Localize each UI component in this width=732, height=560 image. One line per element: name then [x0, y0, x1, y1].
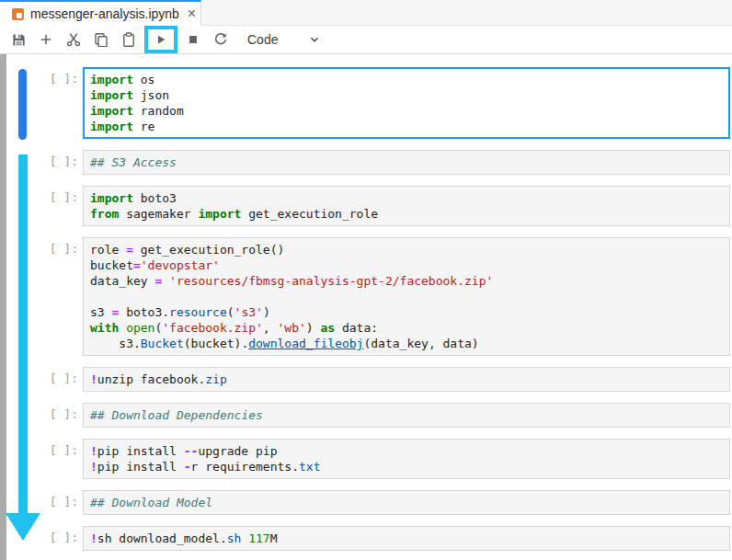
cell-input[interactable]: !unzip facebook.zip [83, 367, 730, 392]
code-line: import random [90, 103, 723, 119]
stop-kernel-button[interactable] [179, 27, 207, 52]
cell-prompt: [ ]: [50, 72, 78, 86]
add-cell-button[interactable] [32, 27, 60, 52]
code-line: !sh download_model.sh 117M [90, 531, 723, 546]
copy-icon [94, 32, 109, 47]
scroll-down-arrow-stem [18, 154, 28, 513]
code-line: import boto3 [90, 190, 723, 206]
cell-input[interactable]: role = get_execution_role()bucket='devop… [83, 237, 730, 356]
notebook-toolbar: Code [0, 26, 732, 54]
cut-cells-button[interactable] [60, 27, 87, 52]
cell-list: [ ]:import osimport jsonimport randomimp… [0, 67, 732, 551]
cell-prompt: [ ]: [50, 495, 78, 509]
code-line: import os [90, 72, 723, 87]
code-line: from sagemaker import get_execution_role [90, 206, 723, 222]
code-line: !pip install -r requirements.txt [90, 459, 723, 474]
jupyterlab-window: messenger-analysis.ipynb × [0, 0, 732, 560]
cell-prompt: [ ]: [50, 154, 78, 168]
paste-icon [121, 32, 136, 47]
code-line: bucket='devopstar' [90, 257, 723, 273]
copy-cells-button[interactable] [87, 27, 115, 52]
notebook-cell[interactable]: [ ]:import osimport jsonimport randomimp… [83, 67, 730, 139]
cell-prompt: [ ]: [50, 371, 78, 385]
cell-type-select[interactable]: Code [247, 32, 321, 47]
chevron-down-icon [308, 33, 321, 46]
tab-messenger-analysis[interactable]: messenger-analysis.ipynb × [0, 0, 201, 26]
scroll-down-arrow-head [6, 513, 40, 541]
code-line: data_key = 'resources/fbmsg-analysis-gpt… [90, 273, 723, 289]
code-line: ## Download Model [90, 495, 723, 510]
notebook-cell[interactable]: [ ]:!unzip facebook.zip [83, 367, 730, 392]
cell-input[interactable]: ## Download Dependencies [83, 403, 730, 428]
run-cell-button[interactable] [149, 30, 173, 49]
cell-type-value: Code [247, 32, 278, 47]
code-line: !pip install --upgrade pip [90, 443, 723, 459]
cell-input[interactable]: ## S3 Access [83, 150, 730, 175]
cell-input[interactable]: !pip install --upgrade pip!pip install -… [83, 439, 730, 479]
cell-prompt: [ ]: [50, 531, 78, 544]
code-line: ## S3 Access [90, 154, 723, 170]
notebook-content: [ ]:import osimport jsonimport randomimp… [0, 54, 732, 560]
restart-kernel-button[interactable] [207, 27, 234, 52]
code-line: ## Download Dependencies [90, 407, 723, 423]
code-line: import json [90, 87, 723, 103]
notebook-cell[interactable]: [ ]:## Download Model [83, 490, 730, 515]
notebook-file-icon [12, 8, 24, 20]
notebook-cell[interactable]: [ ]:## Download Dependencies [83, 403, 730, 428]
cell-input[interactable]: ## Download Model [83, 490, 730, 515]
run-button-highlight-annotation [144, 26, 177, 53]
notebook-cell[interactable]: [ ]:role = get_execution_role()bucket='d… [83, 237, 730, 356]
cell-input[interactable]: !sh download_model.sh 117M [83, 526, 730, 551]
save-icon [12, 33, 26, 47]
scissors-icon [66, 32, 81, 47]
notebook-cell[interactable]: [ ]:!sh download_model.sh 117M [83, 526, 730, 551]
close-tab-icon[interactable]: × [186, 6, 198, 21]
tab-bar: messenger-analysis.ipynb × [0, 0, 732, 26]
restart-icon [213, 32, 228, 47]
code-line: import re [90, 119, 723, 134]
plus-icon [40, 33, 52, 46]
cell-prompt: [ ]: [50, 242, 78, 256]
tab-title: messenger-analysis.ipynb [30, 6, 179, 21]
code-line: with open('facebook.zip', 'wb') as data: [90, 320, 723, 336]
cell-prompt: [ ]: [50, 190, 78, 204]
run-icon [154, 33, 167, 46]
code-line: s3 = boto3.resource('s3') [90, 304, 723, 320]
paste-cells-button[interactable] [115, 27, 143, 52]
code-line: role = get_execution_role() [90, 242, 723, 257]
cell-prompt: [ ]: [50, 443, 78, 457]
notebook-cell[interactable]: [ ]:## S3 Access [83, 150, 730, 175]
notebook-cell[interactable]: [ ]:!pip install --upgrade pip!pip insta… [83, 439, 730, 479]
notebook-cell[interactable]: [ ]:import boto3from sagemaker import ge… [83, 186, 730, 226]
cell-input[interactable]: import osimport jsonimport randomimport … [83, 67, 730, 139]
code-line [90, 289, 723, 304]
code-line: s3.Bucket(bucket).download_fileobj(data_… [90, 336, 723, 351]
active-cell-indicator[interactable] [18, 69, 27, 140]
cell-prompt: [ ]: [50, 407, 78, 421]
stop-icon [187, 33, 200, 46]
cell-input[interactable]: import boto3from sagemaker import get_ex… [83, 186, 730, 226]
code-line: !unzip facebook.zip [90, 371, 723, 387]
save-button[interactable] [5, 27, 32, 52]
